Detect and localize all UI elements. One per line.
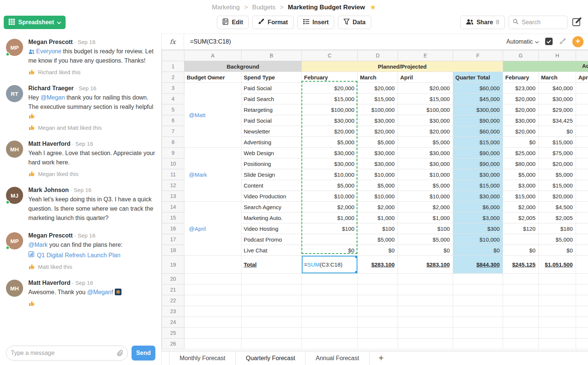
cell[interactable]: [398, 274, 453, 284]
value-cell[interactable]: $100: [358, 223, 398, 234]
cell[interactable]: [576, 274, 588, 284]
add-person-button[interactable]: [572, 36, 584, 47]
row-header[interactable]: 5: [162, 104, 184, 115]
cell[interactable]: [398, 295, 453, 306]
cell[interactable]: [398, 339, 453, 349]
value-cell[interactable]: $10,000: [302, 169, 358, 180]
value-cell[interactable]: $300,000: [453, 104, 503, 115]
row-header[interactable]: 9: [162, 148, 184, 158]
value-cell[interactable]: $3,000: [453, 213, 503, 223]
value-cell[interactable]: $29,000: [539, 104, 576, 115]
cell[interactable]: [576, 115, 588, 126]
value-cell[interactable]: $5,000: [398, 137, 453, 148]
cell[interactable]: [184, 295, 241, 306]
recalc-mode-dropdown[interactable]: Automatic: [506, 38, 539, 45]
value-cell[interactable]: $30,000: [358, 148, 398, 158]
row-header[interactable]: 21: [162, 284, 184, 295]
value-cell[interactable]: $1,000: [398, 213, 453, 223]
value-cell[interactable]: $2,000: [358, 202, 398, 213]
cell[interactable]: [576, 306, 588, 317]
value-cell[interactable]: $5,000: [539, 234, 576, 245]
value-cell[interactable]: $100,000: [302, 104, 358, 115]
row-header[interactable]: 3: [162, 83, 184, 94]
cell[interactable]: [453, 274, 503, 284]
row-header[interactable]: 23: [162, 306, 184, 317]
cell[interactable]: [576, 234, 588, 245]
group-header[interactable]: Actual: [503, 61, 588, 72]
cell[interactable]: [398, 317, 453, 328]
value-cell[interactable]: $40,000: [539, 83, 576, 94]
value-cell[interactable]: $0: [539, 245, 576, 256]
cell[interactable]: [503, 328, 539, 339]
value-cell[interactable]: $15,000: [453, 180, 503, 191]
avatar[interactable]: MP: [6, 39, 23, 56]
value-cell[interactable]: $5,000: [358, 137, 398, 148]
total-label-cell[interactable]: Total: [241, 256, 302, 274]
spend-type-cell[interactable]: Content: [241, 180, 302, 191]
add-sheet-tab-button[interactable]: [370, 351, 393, 365]
cell[interactable]: [358, 328, 398, 339]
value-cell[interactable]: $20,000: [398, 83, 453, 94]
spend-type-cell[interactable]: Podcast Promo: [241, 234, 302, 245]
value-cell[interactable]: $10,000: [398, 169, 453, 180]
value-cell[interactable]: $5,000: [358, 180, 398, 191]
cell[interactable]: [453, 306, 503, 317]
value-cell[interactable]: $300: [453, 223, 503, 234]
value-cell[interactable]: $30,000: [453, 169, 503, 180]
value-cell[interactable]: $5,000: [398, 180, 453, 191]
avatar[interactable]: MH: [6, 141, 23, 158]
cell[interactable]: [503, 274, 539, 284]
cell[interactable]: [576, 104, 588, 115]
message-likes[interactable]: Megan liked this: [28, 170, 155, 177]
value-cell[interactable]: $10,000: [398, 191, 453, 202]
sheet-tab[interactable]: Annual Forecast: [306, 351, 370, 365]
cell[interactable]: [453, 284, 503, 295]
cell[interactable]: [241, 306, 302, 317]
cell[interactable]: [576, 213, 588, 223]
row-header[interactable]: 2: [162, 72, 184, 83]
value-cell[interactable]: $80,000: [503, 158, 539, 169]
value-cell[interactable]: $30,000: [358, 115, 398, 126]
value-cell[interactable]: $15,000: [398, 94, 453, 104]
owner-cell[interactable]: @Mark: [184, 148, 241, 202]
cell[interactable]: [539, 274, 576, 284]
spend-type-cell[interactable]: Paid Search: [241, 94, 302, 104]
value-cell[interactable]: $20,000: [503, 104, 539, 115]
value-cell[interactable]: $15,000: [539, 180, 576, 191]
cell[interactable]: [241, 317, 302, 328]
value-cell[interactable]: $1,000: [302, 213, 358, 223]
cell[interactable]: [576, 137, 588, 148]
spend-type-cell[interactable]: Live Chat: [241, 245, 302, 256]
value-cell[interactable]: $5,000: [302, 180, 358, 191]
value-cell[interactable]: $15,000: [453, 137, 503, 148]
value-cell[interactable]: $20,000: [503, 126, 539, 137]
owner-cell[interactable]: @April: [184, 202, 241, 256]
message-likes[interactable]: Matt liked this: [28, 263, 155, 270]
attach-file-button[interactable]: [116, 349, 123, 357]
spend-type-cell[interactable]: Advertising: [241, 137, 302, 148]
share-button[interactable]: Share 8: [460, 16, 505, 29]
value-cell[interactable]: $2,000: [503, 202, 539, 213]
cell[interactable]: [184, 284, 241, 295]
cell[interactable]: [302, 284, 358, 295]
cell[interactable]: [539, 284, 576, 295]
value-cell[interactable]: $2,005: [539, 213, 576, 223]
value-cell[interactable]: $30,000: [539, 94, 576, 104]
cell[interactable]: [453, 328, 503, 339]
breadcrumb-link-marketing[interactable]: Marketing: [212, 4, 240, 11]
total-value-cell[interactable]: $245,125: [503, 256, 539, 274]
cell[interactable]: [576, 339, 588, 349]
sheet-tab[interactable]: Quarterly Forecast: [236, 351, 306, 365]
cell[interactable]: [398, 328, 453, 339]
value-cell[interactable]: $20,000: [539, 158, 576, 169]
row-header[interactable]: 15: [162, 213, 184, 223]
value-cell[interactable]: $15,000: [539, 137, 576, 148]
value-cell[interactable]: $15,000: [503, 191, 539, 202]
cell[interactable]: [576, 191, 588, 202]
row-header[interactable]: 24: [162, 317, 184, 328]
value-cell[interactable]: $30,000: [398, 148, 453, 158]
cell[interactable]: [503, 317, 539, 328]
insert-button[interactable]: Insert: [297, 16, 335, 29]
column-header-cell[interactable]: March: [358, 72, 398, 83]
row-header[interactable]: 17: [162, 234, 184, 245]
